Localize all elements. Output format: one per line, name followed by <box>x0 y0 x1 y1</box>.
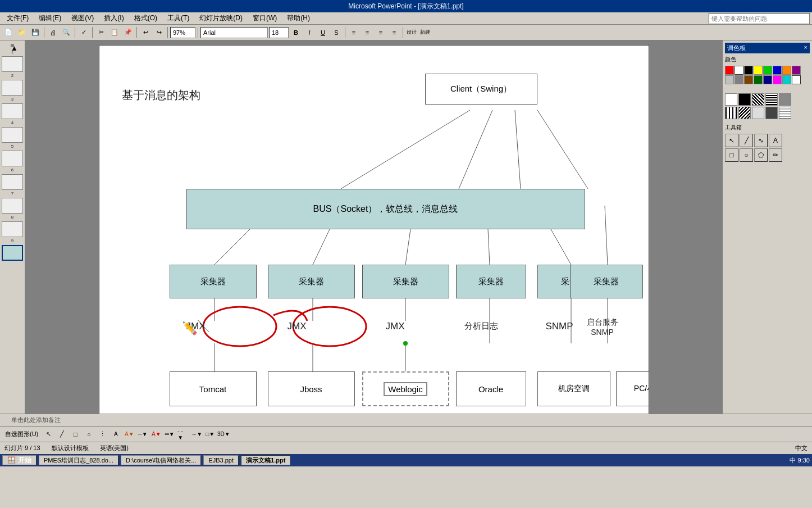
collector-3[interactable]: 采集器 <box>362 265 449 298</box>
color-green[interactable] <box>763 66 772 75</box>
underline-button[interactable]: U <box>317 26 329 39</box>
draw-linecolor[interactable]: ─▼ <box>136 428 149 441</box>
box-weblogic[interactable]: Weblogic <box>362 371 449 406</box>
menu-view[interactable]: 视图(V) <box>67 12 98 24</box>
tool-rect[interactable]: □ <box>725 148 738 162</box>
design-button[interactable]: 设计 <box>405 26 418 39</box>
ime-tray[interactable]: 中 <box>790 456 796 465</box>
font-size-input[interactable] <box>269 27 289 38</box>
draw-fillcolor[interactable]: A▼ <box>123 428 135 441</box>
draw-more[interactable]: ⋮ <box>96 428 108 441</box>
box-tomcat[interactable]: Tomcat <box>170 371 257 406</box>
draw-linewidth[interactable]: ═▼ <box>163 428 176 441</box>
draw-wordart[interactable]: A <box>110 428 122 441</box>
justify-button[interactable]: ≡ <box>388 26 400 39</box>
box-oracle[interactable]: Oracle <box>456 371 526 406</box>
menu-format[interactable]: 格式(O) <box>130 12 162 24</box>
new-button[interactable]: 📄 <box>2 26 15 39</box>
align-left-button[interactable]: ≡ <box>348 26 360 39</box>
shapes-label[interactable]: 自选图形(U) <box>2 428 41 441</box>
tool-ellipse[interactable]: ○ <box>740 148 753 162</box>
tool-line[interactable]: ╱ <box>740 134 753 147</box>
pattern-6[interactable] <box>725 107 737 119</box>
slide-thumb-4[interactable] <box>2 127 23 143</box>
pattern-2[interactable] <box>738 93 751 106</box>
draw-rect[interactable]: □ <box>69 428 81 441</box>
pattern-1[interactable] <box>725 93 737 106</box>
cut-button[interactable]: ✂ <box>95 26 107 39</box>
slide-thumb-2[interactable] <box>2 80 23 96</box>
taskbar-item-4[interactable]: 演示文稿1.ppt <box>241 455 290 465</box>
search-help-input[interactable] <box>709 13 810 24</box>
tool-freehand[interactable]: ✏ <box>769 148 782 162</box>
draw-arrow[interactable]: ↖ <box>42 428 54 441</box>
draw-dash[interactable]: - - ▼ <box>177 428 189 441</box>
draw-3d[interactable]: 3D▼ <box>217 428 230 441</box>
pattern-4[interactable] <box>765 93 778 106</box>
spell-button[interactable]: ✓ <box>77 26 90 39</box>
slide-thumb-7[interactable] <box>2 198 23 214</box>
tool-curve[interactable]: ∿ <box>754 134 768 147</box>
menu-slideshow[interactable]: 幻灯片放映(D) <box>195 12 247 24</box>
client-box[interactable]: Client（Swing） <box>425 74 537 105</box>
color-purple[interactable] <box>792 66 801 75</box>
align-center-button[interactable]: ≡ <box>361 26 373 39</box>
draw-line[interactable]: ╱ <box>56 428 68 441</box>
pattern-8[interactable] <box>752 107 764 119</box>
menu-window[interactable]: 窗口(W) <box>248 12 281 24</box>
slide-thumb-9[interactable] <box>2 245 23 261</box>
pattern-10[interactable] <box>779 107 791 119</box>
color-blue[interactable] <box>773 66 782 75</box>
slide-thumb-6[interactable] <box>2 174 23 190</box>
draw-ellipse[interactable]: ○ <box>83 428 95 441</box>
color-brown[interactable] <box>744 75 753 84</box>
slide-thumb-8[interactable] <box>2 221 23 237</box>
draw-shadow[interactable]: □▼ <box>204 428 216 441</box>
print-button[interactable]: 🖨 <box>47 26 59 39</box>
collector-6[interactable]: 采集器 <box>570 265 643 298</box>
color-navy[interactable] <box>763 75 772 84</box>
taskbar-item-3[interactable]: EJB3.ppt <box>203 455 239 465</box>
menu-tools[interactable]: 工具(T) <box>163 12 194 24</box>
box-jboss[interactable]: Jboss <box>268 371 355 406</box>
color-cyan[interactable] <box>782 75 791 84</box>
menu-file[interactable]: 文件(F) <box>2 12 33 24</box>
slide-canvas[interactable]: 基于消息的架构 Client（Swing） BUS（Socket），软总线，消息… <box>99 45 649 414</box>
paste-button[interactable]: 📌 <box>122 26 134 39</box>
taskbar-item-1[interactable]: PMES培训日志_828.do... <box>39 455 118 465</box>
pattern-7[interactable] <box>738 107 751 119</box>
color-darkgreen[interactable] <box>754 75 763 84</box>
notes-hint[interactable]: 单击此处添加备注 <box>0 414 812 426</box>
tool-poly[interactable]: ⬠ <box>754 148 768 162</box>
shadow-button[interactable]: S <box>330 26 343 39</box>
color-yellow[interactable] <box>754 66 763 75</box>
slide-thumb-5[interactable] <box>2 151 23 166</box>
open-button[interactable]: 📁 <box>16 26 28 39</box>
bold-button[interactable]: B <box>290 26 302 39</box>
pattern-3[interactable] <box>752 93 764 106</box>
color-gray[interactable] <box>735 75 743 84</box>
slide-thumb-1[interactable] <box>2 56 23 72</box>
font-name-input[interactable] <box>200 27 268 38</box>
color-white2[interactable] <box>792 75 801 84</box>
color-magenta[interactable] <box>773 75 782 84</box>
box-air[interactable]: 机房空调 <box>537 371 610 406</box>
pattern-9[interactable] <box>765 107 778 119</box>
box-pc[interactable]: PC/小型机 <box>616 371 649 406</box>
draw-arrowstyle[interactable]: →▼ <box>190 428 203 441</box>
new-slide-button[interactable]: 新建 <box>419 26 431 39</box>
preview-button[interactable]: 🔍 <box>60 26 72 39</box>
undo-button[interactable]: ↩ <box>139 26 152 39</box>
color-silver[interactable] <box>725 75 734 84</box>
bus-box[interactable]: BUS（Socket），软总线，消息总线 <box>186 189 585 229</box>
taskbar-item-2[interactable]: D:\course\电信网络相关... <box>121 455 201 465</box>
draw-fontcolor[interactable]: A▼ <box>150 428 162 441</box>
color-white[interactable] <box>735 66 743 75</box>
color-black[interactable] <box>744 66 753 75</box>
color-orange[interactable] <box>782 66 791 75</box>
collector-1[interactable]: 采集器 <box>170 265 257 298</box>
color-red[interactable] <box>725 66 734 75</box>
tool-text[interactable]: A <box>769 134 782 147</box>
zoom-input[interactable] <box>170 27 195 38</box>
color-panel-close[interactable]: × <box>804 44 808 52</box>
